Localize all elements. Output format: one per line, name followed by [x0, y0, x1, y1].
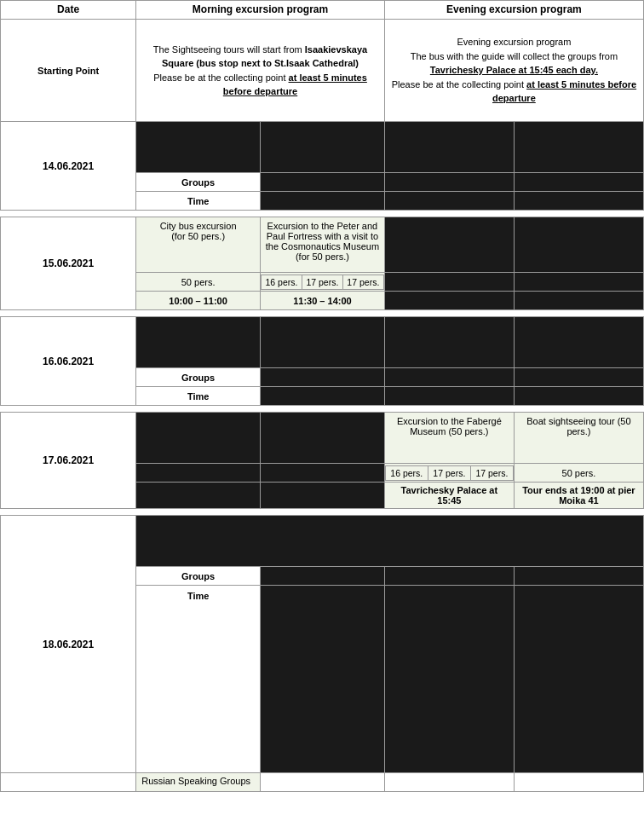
e1-time-14 [384, 192, 514, 211]
e2-groups-17: 50 pers. [514, 464, 643, 483]
e2-time-18 [514, 586, 643, 773]
rs-col3 [261, 773, 385, 792]
e1-content-14 [384, 122, 514, 173]
time-label-18: Time [136, 586, 261, 773]
morning-start-text1: The Sightseeing tours will start from [153, 44, 305, 55]
e2-groups-18 [514, 567, 643, 586]
m1-content-16 [136, 317, 261, 368]
m2-time-15: 11:30 – 14:00 [261, 292, 385, 310]
morning-starting-info: The Sightseeing tours will start from Is… [136, 20, 385, 122]
e2-content-14 [514, 122, 643, 173]
m2-time-14 [261, 192, 385, 211]
evening-start-underline1: Tavrichesky Palace at 15:45 each day. [430, 65, 598, 75]
date-14: 14.06.2021 [1, 122, 136, 211]
e1-time-15 [384, 292, 514, 310]
evening-start-title: Evening excursion program [457, 37, 571, 47]
e1-content-16 [384, 317, 514, 368]
date-header: Date [1, 1, 136, 20]
m2-groups-18 [261, 567, 385, 586]
morning-start-text2: Please be at the collecting point [153, 72, 288, 83]
e2-content-15 [514, 217, 643, 273]
time-label-16: Time [136, 387, 261, 406]
m2-groups-17 [261, 464, 385, 483]
e2-time-15 [514, 292, 643, 310]
morning-header: Morning excursion program [136, 1, 385, 20]
e2-groups-16 [514, 368, 643, 387]
e2-time-16 [514, 387, 643, 406]
m1-content-14 [136, 122, 261, 173]
e1-groups-15 [384, 273, 514, 292]
m1-content-15: City bus excursion(for 50 pers.) [136, 217, 261, 273]
date-rs [1, 773, 136, 792]
groups-label-14m: Groups [136, 173, 261, 192]
rs-col5 [514, 773, 643, 792]
m1-groups-15: 50 pers. [136, 273, 261, 292]
m2-content-15: Excursion to the Peter and Paul Fortress… [261, 217, 385, 273]
e2-groups-15 [514, 273, 643, 292]
m2-groups-16 [261, 368, 385, 387]
m2-content-17 [261, 413, 385, 464]
e1-groups-17: 16 pers. 17 pers. 17 pers. [384, 464, 514, 483]
m1-time-17 [136, 483, 261, 509]
e2-groups-14 [514, 173, 643, 192]
groups-label-16: Groups [136, 368, 261, 387]
groups-label-18: Groups [136, 567, 261, 586]
date-17: 17.06.2021 [1, 413, 136, 509]
e1-groups-16 [384, 368, 514, 387]
evening-starting-info: Evening excursion program The bus with t… [384, 20, 643, 122]
e2-content-17: Boat sightseeing tour (50 pers.) [514, 413, 643, 464]
m2-groups-14 [261, 173, 385, 192]
content-18-all [136, 516, 644, 567]
m2-groups-15: 16 pers. 17 pers. 17 pers. [261, 273, 385, 292]
e1-time-18 [384, 586, 514, 773]
evening-start-text1: The bus with the guide will collect the … [411, 51, 618, 61]
m1-content-17 [136, 413, 261, 464]
m2-time-18 [261, 586, 385, 773]
e1-content-17: Excursion to the Fabergé Museum (50 pers… [384, 413, 514, 464]
rs-col4 [384, 773, 514, 792]
m1-time-15: 10:00 – 11:00 [136, 292, 261, 310]
e1-groups-14 [384, 173, 514, 192]
evening-start-text2: Please be at the collecting point [392, 79, 526, 90]
e1-time-17: Tavrichesky Palace at 15:45 [384, 483, 514, 509]
m2-time-16 [261, 387, 385, 406]
date-18: 18.06.2021 [1, 516, 136, 773]
m2-content-14 [261, 122, 385, 173]
evening-header: Evening excursion program [384, 1, 643, 20]
m1-groups-17 [136, 464, 261, 483]
m2-content-16 [261, 317, 385, 368]
e1-content-15 [384, 217, 514, 273]
starting-point-label: Starting Point [1, 20, 136, 122]
date-16: 16.06.2021 [1, 317, 136, 406]
date-15: 15.06.2021 [1, 217, 136, 310]
e2-time-14 [514, 192, 643, 211]
e2-content-16 [514, 317, 643, 368]
e1-time-16 [384, 387, 514, 406]
e1-groups-18 [384, 567, 514, 586]
e2-time-17: Tour ends at 19:00 at pier Moika 41 [514, 483, 643, 509]
time-label-14m: Time [136, 192, 261, 211]
m2-time-17 [261, 483, 385, 509]
russian-speaking-label: Russian Speaking Groups [136, 773, 261, 792]
